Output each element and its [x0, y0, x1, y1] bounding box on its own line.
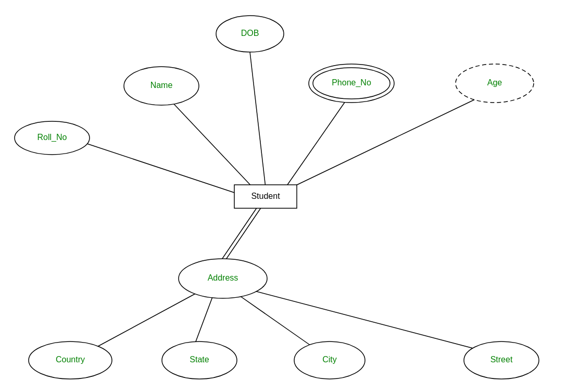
name-label: Name — [150, 81, 173, 90]
dob-label: DOB — [241, 29, 259, 37]
phone-label: Phone_No — [332, 78, 371, 87]
line-student-address-1 — [218, 206, 258, 265]
street-label: Street — [490, 355, 513, 364]
er-diagram: Student DOB Name Phone_No Age Roll_No Ad… — [0, 0, 579, 392]
line-student-dob — [250, 52, 266, 187]
line-student-rollno — [81, 142, 242, 195]
line-address-street — [237, 286, 479, 350]
line-student-address-2 — [222, 206, 262, 265]
line-student-name — [167, 96, 255, 190]
line-student-age — [292, 94, 487, 187]
country-label: Country — [56, 355, 85, 364]
city-label: City — [322, 355, 337, 364]
line-address-city — [229, 288, 318, 350]
student-label: Student — [251, 192, 280, 200]
address-label: Address — [208, 273, 238, 282]
age-label: Age — [487, 78, 502, 87]
state-label: State — [190, 355, 209, 364]
rollno-label: Roll_No — [37, 133, 67, 142]
